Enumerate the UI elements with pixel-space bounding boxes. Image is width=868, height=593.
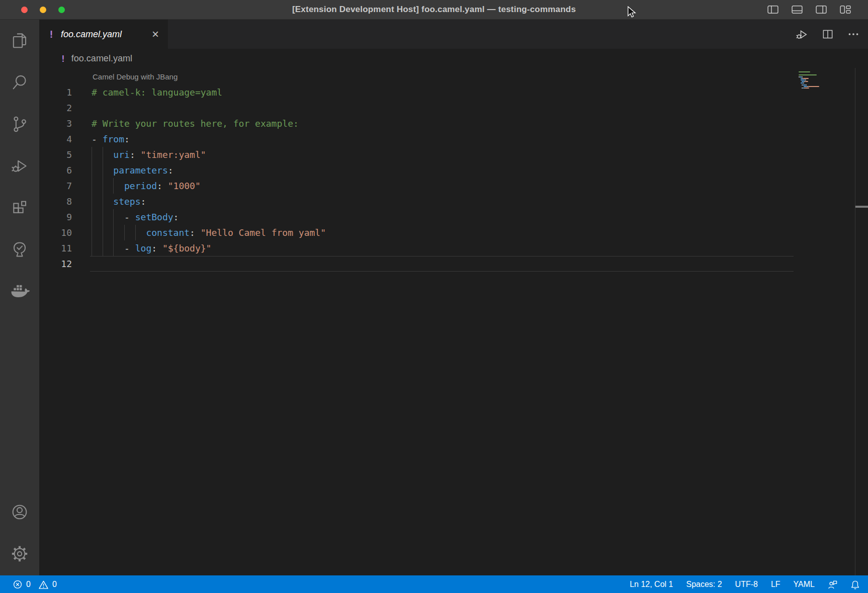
indent-guide: [113, 225, 114, 240]
code-line-8[interactable]: 8 steps:: [39, 194, 796, 209]
code-line-3[interactable]: 3# Write your routes here, for example:: [39, 116, 796, 131]
tab-bar: ! foo.camel.yaml ×: [39, 20, 868, 49]
error-icon: [13, 580, 22, 589]
indent-guide: [113, 209, 114, 225]
line-number: 2: [39, 100, 72, 116]
indent-guide: [113, 240, 114, 256]
indent-guide: [92, 225, 92, 240]
indent-guide: [103, 178, 103, 194]
minimap-line: [801, 79, 806, 80]
activity-bar-item-search[interactable]: [0, 61, 39, 103]
editor-group: ! foo.camel.yaml × ! foo.camel.yaml Came…: [39, 20, 868, 575]
line-number: 8: [39, 194, 72, 209]
files-icon: [10, 31, 29, 50]
toggle-primary-sidebar-icon[interactable]: [767, 5, 778, 14]
code-line-4[interactable]: 4- from:: [39, 131, 796, 147]
indent-guide: [103, 162, 103, 178]
run-or-debug-icon[interactable]: [795, 28, 809, 41]
code-line-9[interactable]: 9 - setBody:: [39, 209, 796, 225]
indent-guide: [92, 194, 92, 209]
indent-guide: [92, 162, 92, 178]
activity-bar-item-run-and-debug[interactable]: [0, 145, 39, 187]
line-content: constant: "Hello Camel from yaml": [92, 225, 326, 240]
breadcrumb-item-filename[interactable]: foo.camel.yaml: [71, 53, 132, 64]
vscode-window: [Extension Development Host] foo.camel.y…: [0, 0, 868, 593]
minimap-line: [799, 74, 817, 75]
indent-guide: [103, 209, 103, 225]
minimap-line: [799, 71, 810, 72]
activity-bar-item-testing[interactable]: [0, 228, 39, 270]
code-line-12[interactable]: 12: [39, 256, 796, 272]
line-number: 7: [39, 178, 72, 194]
minimap-line: [805, 81, 808, 82]
line-number: 3: [39, 116, 72, 131]
activity-bar-item-source-control[interactable]: [0, 103, 39, 145]
minimap-line: [801, 82, 803, 83]
toggle-secondary-sidebar-icon[interactable]: [816, 5, 827, 14]
code-line-6[interactable]: 6 parameters:: [39, 162, 796, 178]
error-count: 0: [26, 580, 31, 589]
status-indentation[interactable]: Spaces: 2: [686, 580, 722, 589]
minimize-window-button[interactable]: [40, 7, 46, 13]
title-bar: [Extension Development Host] foo.camel.y…: [0, 0, 868, 20]
activity-bar-item-extensions[interactable]: [0, 187, 39, 228]
code-line-2[interactable]: 2: [39, 100, 796, 116]
activity-bar: [0, 20, 39, 575]
activity-bar-item-explorer[interactable]: [0, 20, 39, 61]
close-tab-icon[interactable]: ×: [152, 28, 159, 40]
zoom-window-button[interactable]: [58, 7, 65, 13]
account-icon: [10, 502, 29, 522]
minimap-line: [803, 78, 809, 79]
yaml-file-icon: !: [60, 53, 66, 64]
feedback-icon[interactable]: [828, 580, 837, 589]
window-controls: [21, 7, 65, 13]
debug-icon: [10, 156, 29, 176]
toggle-panel-icon[interactable]: [792, 5, 803, 14]
window-title: [Extension Development Host] foo.camel.y…: [0, 5, 868, 15]
code-line-5[interactable]: 5 uri: "timer:yaml": [39, 147, 796, 162]
line-content: period: "1000": [92, 178, 201, 194]
line-number: 6: [39, 162, 72, 178]
layout-controls: [767, 0, 851, 19]
tab-label: foo.camel.yaml: [61, 29, 122, 40]
line-number: 1: [39, 84, 72, 100]
codelens-camel-debug[interactable]: Camel Debug with JBang: [39, 68, 868, 84]
line-number: 5: [39, 147, 72, 162]
code-line-11[interactable]: 11 - log: "${body}": [39, 240, 796, 256]
status-cursor-position[interactable]: Ln 12, Col 1: [630, 580, 673, 589]
line-content: parameters:: [92, 162, 173, 178]
overview-cursor-marker: [855, 206, 868, 208]
activity-bar-item-docker[interactable]: [0, 270, 39, 312]
line-number: 4: [39, 131, 72, 147]
more-actions-icon[interactable]: [847, 28, 860, 41]
code-line-1[interactable]: 1# camel-k: language=yaml: [39, 84, 796, 100]
activity-bar-item-manage[interactable]: [0, 533, 39, 574]
indent-guide: [92, 240, 92, 256]
yaml-file-icon: !: [48, 28, 54, 40]
minimap-line: [804, 86, 808, 87]
code-line-10[interactable]: 10 constant: "Hello Camel from yaml": [39, 225, 796, 240]
customize-layout-icon[interactable]: [840, 5, 851, 14]
code-lines: 1# camel-k: language=yaml23# Write your …: [39, 84, 868, 272]
close-window-button[interactable]: [21, 7, 28, 13]
indent-guide: [124, 225, 125, 240]
indent-guide: [135, 225, 136, 240]
line-number: 10: [39, 225, 72, 240]
code-editor[interactable]: Camel Debug with JBang 1# camel-k: langu…: [39, 68, 868, 575]
problems-status[interactable]: 0 0: [13, 580, 61, 589]
notifications-bell-icon[interactable]: [850, 580, 860, 589]
status-encoding[interactable]: UTF-8: [735, 580, 758, 589]
overview-ruler[interactable]: [855, 68, 868, 575]
status-eol[interactable]: LF: [771, 580, 780, 589]
tab-foo-camel-yaml[interactable]: ! foo.camel.yaml ×: [39, 20, 168, 49]
split-editor-icon[interactable]: [821, 28, 834, 41]
indent-guide: [113, 178, 114, 194]
activity-bar-item-accounts[interactable]: [0, 491, 39, 533]
code-line-7[interactable]: 7 period: "1000": [39, 178, 796, 194]
gear-icon: [10, 544, 29, 563]
minimap-line: [805, 79, 806, 80]
indent-guide: [103, 147, 103, 162]
line-number: 12: [39, 256, 72, 272]
status-language-mode[interactable]: YAML: [794, 580, 815, 589]
minimap[interactable]: [799, 71, 857, 102]
